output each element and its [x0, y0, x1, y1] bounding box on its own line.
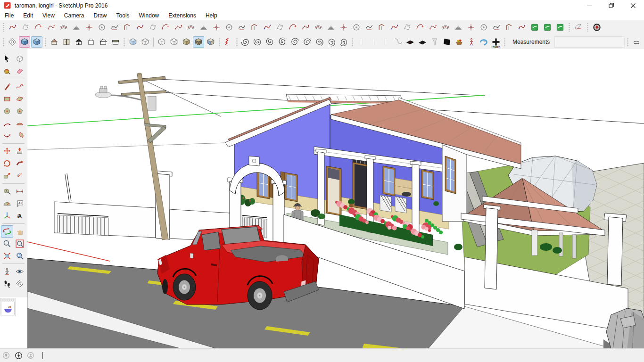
- toolbar-button-north-diamond[interactable]: [7, 36, 18, 48]
- toolbar-button-spiral-open[interactable]: [252, 36, 264, 48]
- toolbar-button-green-solid-tool[interactable]: [542, 22, 553, 33]
- tool-rotate[interactable]: [1, 157, 13, 170]
- toolbar-button-plugin-plus[interactable]: Plugin: [490, 36, 502, 48]
- toolbar-grip[interactable]: [2, 37, 5, 47]
- toolbar-button-slab-one[interactable]: [355, 36, 367, 48]
- tool-circle[interactable]: [1, 105, 13, 117]
- menu-item-help[interactable]: Help: [201, 11, 222, 20]
- toolbar-button-fruit-bowl[interactable]: [454, 36, 465, 48]
- toolbar-button-box-section[interactable]: [249, 22, 260, 33]
- toolbar-grip[interactable]: [586, 22, 589, 33]
- toolbar-button-style-xray-cube[interactable]: [127, 36, 139, 48]
- toolbar-button-dark-plane-a[interactable]: [405, 36, 416, 48]
- toolbar-button-blade-pair[interactable]: [504, 22, 515, 33]
- toolbar-button-round-pod[interactable]: [173, 22, 184, 33]
- tool-select[interactable]: [1, 53, 13, 65]
- tool-push-pull[interactable]: [14, 145, 26, 157]
- toolbar-button-pin-cross[interactable]: [83, 22, 95, 33]
- toolbar-button-joint-links[interactable]: [313, 22, 324, 33]
- toolbar-button-perspective-cube[interactable]: [19, 36, 30, 48]
- toolbar-button-corner-frame[interactable]: [198, 22, 209, 33]
- toolbar-button-shell-curl[interactable]: [134, 22, 146, 33]
- tool-scale[interactable]: [1, 170, 13, 182]
- toolbar-grip[interactable]: [2, 22, 5, 33]
- toolbar-button-gray-funnel[interactable]: [429, 36, 440, 48]
- menu-item-tools[interactable]: Tools: [112, 11, 134, 20]
- toolbar-button-view-front-house[interactable]: [73, 36, 84, 48]
- toolbar-button-terrain-color[interactable]: [71, 22, 82, 33]
- toolbar-button-style-hiddenline-cube[interactable]: [168, 36, 180, 48]
- toolbar-grip[interactable]: [123, 37, 125, 47]
- tool-axes[interactable]: [1, 210, 13, 222]
- minimize-button[interactable]: [579, 0, 601, 11]
- toolbar-button-arch-form[interactable]: [516, 22, 528, 33]
- menu-item-extensions[interactable]: Extensions: [164, 11, 201, 20]
- toolbar-button-red-swoosh[interactable]: [7, 22, 18, 33]
- toolbar-button-slab-two[interactable]: [368, 36, 379, 48]
- toolbar-button-terrain-stack[interactable]: [58, 22, 69, 33]
- maximize-button[interactable]: [601, 0, 622, 11]
- toolbar-button-carve-pocket[interactable]: [465, 22, 477, 33]
- toolbar-button-lasso-loop[interactable]: [109, 22, 120, 33]
- toolbar-button-dark-sheet[interactable]: [441, 36, 453, 48]
- toolbar-button-artisan-globe[interactable]: [591, 22, 603, 33]
- tool-arc[interactable]: [1, 117, 13, 130]
- tool-3d-text[interactable]: AA: [14, 210, 26, 222]
- toolbar-button-paper-fold[interactable]: [20, 22, 31, 33]
- toolbar-button-dark-plane-b[interactable]: [417, 36, 428, 48]
- toolbar-button-green-make-face[interactable]: [529, 22, 540, 33]
- toolbar-button-view-plan-house[interactable]: [110, 36, 121, 48]
- toolbar-button-style-textured-cube[interactable]: [193, 36, 204, 48]
- tool-protractor[interactable]: [1, 197, 13, 210]
- menu-item-camera[interactable]: Camera: [59, 11, 89, 20]
- measurements-input[interactable]: [554, 36, 625, 48]
- tool-freehand[interactable]: [14, 81, 26, 93]
- toolbar-button-pipe-cluster[interactable]: [274, 22, 286, 33]
- menu-item-view[interactable]: View: [38, 11, 59, 20]
- tool-rectangle[interactable]: [1, 93, 13, 105]
- toolbar-button-view-doors[interactable]: [61, 36, 72, 48]
- tool-polygon[interactable]: [14, 105, 26, 117]
- toolbar-button-spiral-curl[interactable]: [301, 36, 313, 48]
- toolbar-button-style-shaded-cube[interactable]: [181, 36, 192, 48]
- toolbar-button-spiral-nine[interactable]: [338, 36, 349, 48]
- tool-zoom-window[interactable]: [14, 238, 26, 250]
- toolbar-button-spiral-six[interactable]: [326, 36, 337, 48]
- tool-walk[interactable]: [1, 278, 13, 290]
- toolbar-button-panel-weave[interactable]: [363, 22, 375, 33]
- toolbar-button-spiral-round[interactable]: [289, 36, 300, 48]
- toolbar-button-quilt-panel[interactable]: [478, 22, 489, 33]
- tool-pie[interactable]: [14, 130, 26, 142]
- tool-eraser[interactable]: [14, 65, 26, 77]
- toolbar-button-green-swirl-tool[interactable]: [554, 22, 566, 33]
- tool-make-component[interactable]: [14, 53, 26, 65]
- toolbar-button-soap-skin-bubble[interactable]: [573, 22, 584, 33]
- toolbar-button-spiral-omega[interactable]: [264, 36, 276, 48]
- toolbar-button-hatch-board[interactable]: [376, 22, 388, 33]
- toolbar-button-wall-angle[interactable]: [338, 22, 349, 33]
- tool-offset[interactable]: [14, 170, 26, 182]
- tool-line[interactable]: [1, 81, 13, 93]
- toolbar-button-stripe-wedge[interactable]: [427, 22, 438, 33]
- menu-item-edit[interactable]: Edit: [18, 11, 38, 20]
- tool-move[interactable]: [1, 145, 13, 157]
- credits-button[interactable]: [25, 349, 37, 362]
- toolbar-button-arc-plus[interactable]: [33, 22, 44, 33]
- toolbar-button-spiral-helix[interactable]: [314, 36, 325, 48]
- toolbar-button-petal-fan[interactable]: [185, 22, 197, 33]
- toolbar-button-corner-pipe[interactable]: [211, 22, 222, 33]
- tool-pan[interactable]: [14, 225, 26, 238]
- toolbar-grip[interactable]: [568, 22, 570, 33]
- toolbar-button-stripe-rake[interactable]: [453, 22, 464, 33]
- model-info-button[interactable]: [12, 349, 25, 362]
- tool-dimension[interactable]: [14, 185, 26, 197]
- toolbar-grip[interactable]: [351, 37, 354, 47]
- tool-zoom-extents[interactable]: [1, 250, 13, 262]
- toolbar-button-rock-ring[interactable]: [96, 22, 107, 33]
- toolbar-button-wave-seat[interactable]: [236, 22, 248, 33]
- toolbar-button-rib-arc[interactable]: [402, 22, 413, 33]
- toolbar-button-rib-stack[interactable]: [389, 22, 400, 33]
- toolbar-button-view-top-house[interactable]: [85, 36, 97, 48]
- toolbar-button-panel-stack[interactable]: [351, 22, 362, 33]
- tool-zoom-previous[interactable]: [14, 250, 26, 262]
